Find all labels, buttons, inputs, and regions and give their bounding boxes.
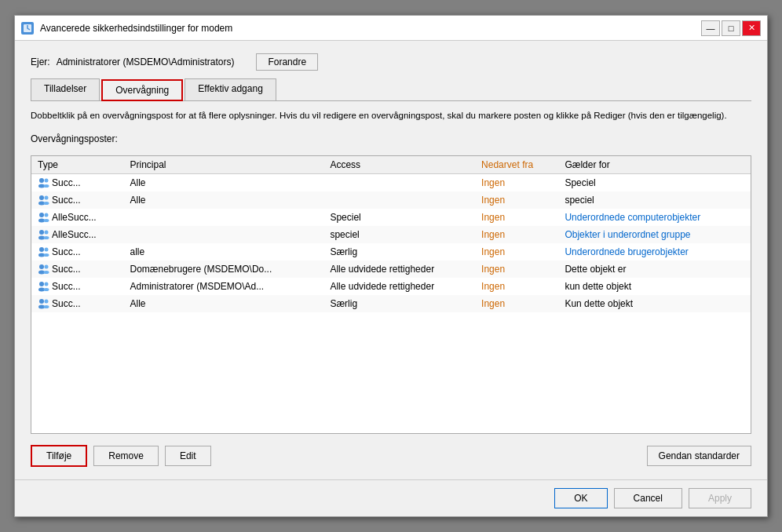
cell-access (323, 174, 475, 192)
cell-applies: Speciel (558, 174, 751, 192)
cell-access (323, 191, 475, 209)
dialog-footer: OK Cancel Apply (15, 479, 767, 516)
window-icon (21, 22, 34, 35)
owner-row: Ejer: Administratorer (MSDEMO\Administra… (31, 53, 751, 71)
cell-principal (124, 209, 324, 226)
svg-point-11 (45, 213, 49, 217)
ok-button[interactable]: OK (554, 488, 607, 508)
tab-bar: Tilladelser Overvågning Effektiv adgang (31, 78, 751, 101)
cell-inherited: Ingen (475, 209, 558, 226)
svg-point-19 (45, 248, 49, 252)
table-row[interactable]: Succ...AlleIngenspeciel (31, 191, 751, 209)
svg-point-24 (44, 271, 49, 274)
dialog-content: Ejer: Administratorer (MSDEMO\Administra… (15, 41, 767, 479)
owner-value: Administratorer (MSDEMO\Administrators) (57, 56, 235, 67)
cell-principal: Administratorer (MSDEMO\Ad... (124, 278, 324, 295)
tab-effektiv[interactable]: Effektiv adgang (185, 78, 276, 100)
cell-type: Succ... (31, 278, 124, 295)
col-applies: Gælder for (558, 156, 751, 174)
tab-tilladelser[interactable]: Tilladelser (31, 78, 100, 100)
cell-type: Succ... (31, 174, 124, 192)
cell-inherited: Ingen (475, 174, 558, 192)
action-buttons-row: Tilføje Remove Edit Gendan standarder (31, 445, 751, 467)
cell-access: Speciel (323, 209, 475, 226)
info-text: Dobbeltklik på en overvågningspost for a… (31, 109, 751, 122)
cell-access: speciel (323, 226, 475, 243)
svg-point-9 (39, 213, 44, 217)
svg-point-25 (39, 282, 44, 286)
restore-defaults-button[interactable]: Gendan standarder (647, 446, 751, 466)
add-button[interactable]: Tilføje (31, 445, 87, 467)
minimize-button[interactable]: — (701, 20, 720, 36)
table-row[interactable]: AlleSucc...SpecielIngenUnderordnede comp… (31, 209, 751, 226)
dialog-window: Avancerede sikkerhedsindstillinger for m… (14, 15, 768, 517)
cell-applies: speciel (558, 191, 751, 209)
cell-access: Alle udvidede rettigheder (323, 261, 475, 278)
col-inherited: Nedarvet fra (475, 156, 558, 174)
svg-point-8 (44, 202, 49, 205)
svg-point-3 (45, 179, 49, 183)
table-row[interactable]: AlleSucc...specielIngenObjekter i undero… (31, 226, 751, 243)
svg-point-32 (44, 305, 49, 308)
svg-point-28 (44, 288, 49, 291)
cell-applies: Underordnede brugerobjekter (558, 243, 751, 261)
cell-access: Særlig (323, 243, 475, 261)
svg-point-27 (45, 282, 49, 286)
svg-point-29 (39, 299, 44, 304)
edit-button[interactable]: Edit (165, 446, 211, 466)
remove-button[interactable]: Remove (93, 446, 159, 466)
svg-point-20 (44, 253, 49, 257)
svg-point-13 (39, 230, 44, 235)
cell-principal: Alle (124, 174, 324, 192)
cell-inherited: Ingen (475, 278, 558, 295)
cell-inherited: Ingen (475, 295, 558, 312)
table-row[interactable]: Succ...Administratorer (MSDEMO\Ad...Alle… (31, 278, 751, 295)
cell-type: AlleSucc... (31, 209, 124, 226)
svg-point-4 (44, 184, 49, 188)
audit-table-container[interactable]: Type Principal Access Nedarvet fra Gælde… (31, 155, 751, 434)
cell-applies: Objekter i underordnet gruppe (558, 226, 751, 243)
cell-applies: kun dette objekt (558, 278, 751, 295)
window-title: Avancerede sikkerhedsindstillinger for m… (40, 23, 701, 34)
section-label: Overvågningsposter: (31, 133, 751, 144)
svg-point-5 (39, 195, 44, 200)
cell-type: Succ... (31, 191, 124, 209)
tab-overvaagning[interactable]: Overvågning (101, 79, 183, 101)
cell-inherited: Ingen (475, 191, 558, 209)
table-row[interactable]: Succ...AlleSærligIngenKun dette objekt (31, 295, 751, 312)
svg-point-23 (45, 265, 49, 269)
cell-applies: Underordnede computerobjekter (558, 209, 751, 226)
cell-applies: Kun dette objekt (558, 295, 751, 312)
cell-type: Succ... (31, 295, 124, 312)
apply-button[interactable]: Apply (689, 488, 751, 508)
svg-point-21 (39, 264, 44, 269)
table-row[interactable]: Succ...AlleIngenSpeciel (31, 174, 751, 192)
cell-principal (124, 226, 324, 243)
cell-inherited: Ingen (475, 226, 558, 243)
cell-inherited: Ingen (475, 261, 558, 278)
col-access: Access (323, 156, 475, 174)
title-bar: Avancerede sikkerhedsindstillinger for m… (15, 16, 767, 41)
cell-access: Særlig (323, 295, 475, 312)
close-button[interactable]: ✕ (742, 20, 761, 36)
svg-point-15 (45, 231, 49, 235)
maximize-button[interactable]: □ (722, 20, 740, 36)
cell-type: Succ... (31, 261, 124, 278)
table-row[interactable]: Succ...alleSærligIngenUnderordnede bruge… (31, 243, 751, 261)
cell-inherited: Ingen (475, 243, 558, 261)
cell-principal: Alle (124, 295, 324, 312)
cell-type: Succ... (31, 243, 124, 261)
window-controls: — □ ✕ (701, 20, 761, 36)
cell-principal: Domænebrugere (MSDEMO\Do... (124, 261, 324, 278)
svg-point-16 (44, 236, 49, 239)
cell-type: AlleSucc... (31, 226, 124, 243)
change-owner-button[interactable]: Forandre (256, 53, 318, 71)
owner-label: Ejer: (31, 56, 50, 67)
svg-point-12 (44, 219, 49, 222)
cell-principal: Alle (124, 191, 324, 209)
cell-principal: alle (124, 243, 324, 261)
cancel-button[interactable]: Cancel (614, 488, 682, 508)
cell-access: Alle udvidede rettigheder (323, 278, 475, 295)
table-row[interactable]: Succ...Domænebrugere (MSDEMO\Do...Alle u… (31, 261, 751, 278)
cell-applies: Dette objekt er (558, 261, 751, 278)
